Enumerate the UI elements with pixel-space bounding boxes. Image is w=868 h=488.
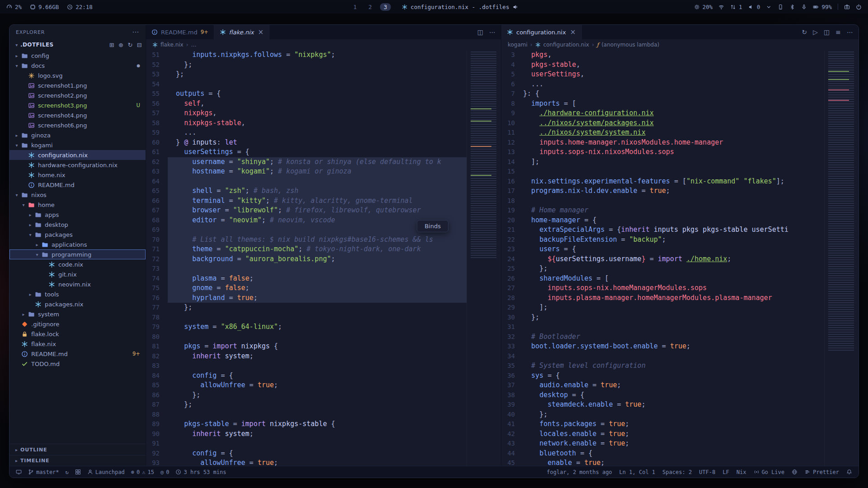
code-line[interactable]: 51 inputs.nixpkgs.follows = "nixpkgs";	[146, 50, 467, 60]
code-line[interactable]: 3 pkgs,	[501, 50, 824, 60]
code-line[interactable]: 71 theme = "catppuccin-mocha"; # tokyo-n…	[146, 244, 467, 254]
remote-indicator[interactable]	[16, 469, 22, 475]
code-line[interactable]: 37 audio.enable = true;	[501, 380, 824, 390]
code-line[interactable]: 40 };	[501, 410, 824, 420]
new-folder-icon[interactable]: ⊕	[118, 42, 123, 48]
wifi-module[interactable]	[718, 4, 724, 10]
code-line[interactable]: 12 inputs.home-manager.nixosModules.home…	[501, 138, 824, 148]
tree-item[interactable]: screenshot3.pngU	[9, 100, 146, 110]
code-line[interactable]: 90 inherit system;	[146, 429, 467, 439]
code-line[interactable]: 93 allowUnfree = true;	[146, 458, 467, 466]
tree-item[interactable]: screenshot4.png	[9, 110, 146, 120]
target-indicator[interactable]: ◎0	[160, 469, 169, 475]
workspace-1[interactable]: 1	[350, 3, 361, 11]
tree-item[interactable]: ▾kogami	[9, 140, 146, 150]
brightness-module[interactable]: 20%	[694, 4, 713, 10]
breadcrumb-segment[interactable]: flake.nix	[160, 42, 184, 48]
code-line[interactable]: 38 desktop = {	[501, 390, 824, 400]
tree-item[interactable]: TODO.md	[9, 359, 146, 369]
code-line[interactable]: 44 bluetooth = {	[501, 449, 824, 459]
code-line[interactable]: 81 pkgs = import nixpkgs {	[146, 342, 467, 352]
tree-item[interactable]: ▸tools	[9, 289, 146, 299]
code-line[interactable]: 82 inherit system;	[146, 352, 467, 361]
encoding[interactable]: UTF-8	[699, 469, 715, 475]
code-line[interactable]: 64	[146, 177, 467, 187]
tree-item[interactable]: flake.nix	[9, 339, 146, 349]
network-traffic-module[interactable]: 1	[730, 4, 742, 10]
code-line[interactable]: 60 } @ inputs: let	[146, 138, 467, 148]
tree-item[interactable]: ▾docs●	[9, 61, 146, 70]
eol-sequence[interactable]: LF	[722, 469, 729, 475]
run-icon[interactable]: ▷	[813, 28, 818, 36]
tree-item[interactable]: ▸config	[9, 51, 146, 61]
tree-item[interactable]: code.nix	[9, 259, 146, 269]
code-line[interactable]: 62 username = "shinya"; # konsta or shin…	[146, 157, 467, 167]
code-line[interactable]: 65 shell = "zsh"; # bash, zsh	[146, 186, 467, 196]
tree-item[interactable]: screenshot6.png	[9, 120, 146, 130]
workspace-2[interactable]: 2	[365, 3, 376, 11]
language-mode[interactable]: Nix	[736, 469, 746, 475]
code-left[interactable]: 51 inputs.nixpkgs.follows = "nixpkgs";52…	[146, 50, 467, 466]
code-line[interactable]: 32 # Bootloader	[501, 332, 824, 342]
code-line[interactable]: 29 ];	[501, 303, 824, 313]
time-tracker[interactable]: 3 hrs 53 mins	[175, 469, 226, 475]
memory-module[interactable]: 9.66GB	[30, 4, 59, 10]
tree-item[interactable]: ▾packages	[9, 230, 146, 239]
sync-button[interactable]: ↻	[66, 469, 69, 475]
collapse-all-icon[interactable]: ⊟	[137, 42, 142, 48]
tree-item[interactable]: logo.svg	[9, 70, 146, 80]
code-line[interactable]: 77 };	[146, 303, 467, 313]
code-line[interactable]: 4 pkgs-stable,	[501, 60, 824, 70]
code-line[interactable]: 6 ...	[501, 80, 824, 89]
root-folder-row[interactable]: ▾ .DOTFILES ⊞ ⊕ ↻ ⊟	[9, 39, 146, 50]
cursor-position[interactable]: Ln 1, Col 1	[619, 469, 655, 475]
code-line[interactable]: 67 browser = "librewolf"; # firefox, lib…	[146, 206, 467, 216]
tray-expand[interactable]	[766, 4, 772, 10]
mic-tray-icon-wrap[interactable]	[801, 4, 807, 10]
split-editor-icon[interactable]: ◫	[477, 28, 483, 36]
code-line[interactable]: 20 home-manager = {	[501, 216, 824, 225]
battery-module[interactable]: 99%	[813, 4, 832, 10]
code-line[interactable]: 27 inputs.sops-nix.homeManagerModules.so…	[501, 283, 824, 293]
problems-indicator[interactable]: ⊗0 ⚠15	[131, 469, 154, 475]
refresh-icon[interactable]: ↻	[127, 42, 132, 48]
code-line[interactable]: 52 };	[146, 60, 467, 70]
code-line[interactable]: 39 steamdeck.enable = true;	[501, 400, 824, 410]
code-line[interactable]: 58 nixpkgs-stable,	[146, 118, 467, 128]
tab-configuration[interactable]: configuration.nix ×	[501, 25, 582, 39]
code-line[interactable]: 23 users = {	[501, 244, 824, 254]
power-button[interactable]	[856, 4, 862, 10]
code-line[interactable]: 73	[146, 264, 467, 274]
tree-item[interactable]: ▸apps	[9, 210, 146, 220]
tab-flake[interactable]: flake.nix ×	[214, 25, 269, 39]
cpu-module[interactable]: 2%	[6, 4, 22, 10]
code-line[interactable]: 70 # List all themes: $ nix build nixpkg…	[146, 235, 467, 245]
code-line[interactable]: 8 imports = [	[501, 99, 824, 109]
launchpad-button[interactable]: Launchpad	[87, 469, 125, 475]
tree-item[interactable]: home.nix	[9, 170, 146, 180]
code-line[interactable]: 61 userSettings = {	[146, 147, 467, 157]
tree-item[interactable]: ▸applications	[9, 239, 146, 249]
code-line[interactable]: 79 system = "x86_64-linux";	[146, 322, 467, 332]
go-live-button[interactable]: Go Live	[754, 469, 785, 475]
indentation[interactable]: Spaces: 2	[662, 469, 692, 475]
code-line[interactable]: 84 config = {	[146, 371, 467, 381]
breadcrumb-segment[interactable]: …	[191, 42, 196, 48]
close-icon[interactable]: ×	[258, 28, 264, 36]
tree-item[interactable]: README.md	[9, 180, 146, 190]
tree-item[interactable]: ▸desktop	[9, 220, 146, 230]
code-line[interactable]: 56 self,	[146, 99, 467, 109]
code-line[interactable]: 57 nixpkgs,	[146, 108, 467, 118]
code-line[interactable]: 13 inputs.sops-nix.nixosModules.sops	[501, 147, 824, 157]
breadcrumb-segment[interactable]: kogami	[508, 42, 528, 48]
close-icon[interactable]: ×	[570, 28, 576, 36]
tree-item[interactable]: git.nix	[9, 269, 146, 279]
more-actions-icon[interactable]: ⋯	[847, 28, 853, 36]
browser-button[interactable]	[792, 469, 797, 475]
grid-button[interactable]	[75, 469, 81, 475]
code-line[interactable]: 5 userSettings,	[501, 70, 824, 80]
code-line[interactable]: 66 terminal = "kitty"; # kitty, alacritt…	[146, 196, 467, 206]
code-line[interactable]: 53 };	[146, 70, 467, 80]
sync-icon[interactable]: ↻	[802, 28, 807, 36]
code-line[interactable]: 87 };	[146, 400, 467, 410]
